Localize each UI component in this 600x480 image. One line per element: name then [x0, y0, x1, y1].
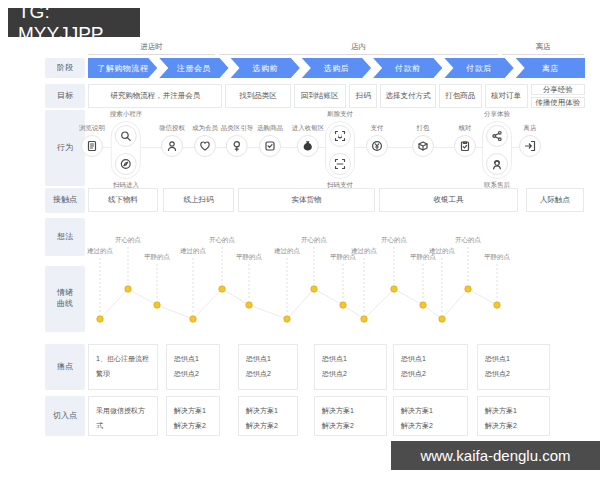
- row-label-goals: 目标: [45, 84, 85, 108]
- thought-label: 开心的点: [209, 236, 235, 245]
- solution-text: 解决方案2: [401, 418, 460, 433]
- behavior-share-aftersales: 分享体验 联系售后: [482, 110, 512, 190]
- behavior-verify: 核对: [454, 124, 476, 157]
- exit-icon: [519, 135, 541, 157]
- pain-text: 恐惧点2: [246, 366, 290, 381]
- emotion-dot-sad: [97, 316, 103, 322]
- face-scan-icon: [329, 125, 351, 147]
- touchpoint-box: 人际触点: [526, 188, 584, 212]
- compass-icon: [115, 153, 137, 175]
- pain-box: 恐惧点1 恐惧点2: [393, 344, 468, 390]
- row-label-thoughts: 想法: [45, 218, 85, 256]
- behavior-wechat-auth: 微信授权: [159, 124, 185, 157]
- touchpoint-box: 收银工具: [379, 188, 518, 212]
- location-icon: [226, 135, 248, 157]
- behavior-leave-store: 离店: [519, 124, 541, 157]
- solution-box: 解决方案1 解决方案2: [393, 396, 468, 436]
- solution-box: 解决方案1 解决方案2: [166, 396, 220, 436]
- behavior-browse-instructions: 浏览说明: [79, 124, 105, 157]
- search-icon: [115, 125, 137, 147]
- goal-box: 找到品类区: [225, 84, 290, 108]
- emotion-dot-sad: [284, 316, 290, 322]
- thought-label: 难过的点: [351, 247, 377, 256]
- emotion-dot-calm: [420, 302, 426, 308]
- pain-box: 恐惧点1 恐惧点2: [477, 344, 550, 390]
- emotion-dot-sad: [361, 316, 367, 322]
- clipboard-icon: [454, 135, 476, 157]
- coin-icon: [366, 135, 388, 157]
- pain-box: 恐惧点1 恐惧点2: [314, 344, 387, 390]
- emotion-dot-calm: [340, 302, 346, 308]
- journey-map-canvas: TG: MYYJJPP 进店时 店内 离店 阶段 了解购物流程 注册会员 选购前…: [0, 0, 600, 480]
- row-phases: 阶段 了解购物流程 注册会员 选购前 选购后 付款前 付款后 离店: [45, 58, 585, 78]
- thought-label: 开心的点: [455, 236, 481, 245]
- goal-boxes: 研究购物流程，并注册会员 找到品类区 回到结账区 扫码 选择支付方式 打包商品 …: [88, 84, 585, 108]
- emotion-dot-happy: [465, 286, 471, 292]
- emotion-curve: [88, 216, 584, 340]
- phase-arrow: 付款前: [373, 58, 442, 78]
- behavior-icon-group: [325, 121, 355, 179]
- row-label-phases: 阶段: [45, 58, 85, 78]
- phase-arrow: 付款后: [444, 58, 513, 78]
- touchpoint-box: 线下物料: [88, 188, 158, 212]
- row-goals: 目标 研究购物流程，并注册会员 找到品类区 回到结账区 扫码 选择支付方式 打包…: [45, 84, 585, 108]
- thought-label: 平静的点: [144, 253, 170, 262]
- phase-arrows: 了解购物流程 注册会员 选购前 选购后 付款前 付款后 离店: [88, 58, 585, 78]
- pain-text: 恐惧点1: [401, 351, 460, 366]
- row-solutions: 切入点 采用微信授权方式 解决方案1 解决方案2 解决方案1 解决方案2 解决方…: [45, 396, 585, 436]
- goal-box: 回到结账区: [294, 84, 347, 108]
- share-icon: [486, 125, 508, 147]
- row-pains: 痛点 1、担心注册流程繁琐 恐惧点1 恐惧点2 恐惧点1 恐惧点2 恐惧点1 恐…: [45, 344, 585, 390]
- row-touchpoints: 接触点 线下物料 线上扫码 实体货物 收银工具 人际触点: [45, 188, 585, 213]
- row-emotion: 想法 情绪曲线 难过的点开心的点平静的点难过的点开心的点平静的点难过的点开心的点…: [45, 216, 585, 340]
- thought-label: 开心的点: [301, 236, 327, 245]
- emotion-dot-calm: [154, 302, 160, 308]
- solution-text: 解决方案1: [174, 403, 212, 418]
- behavior-enter-cashier: 进入收银区: [292, 124, 325, 157]
- behavior-icon-group: [482, 121, 512, 179]
- behavior-payment-methods: 刷脸支付 扫码支付: [325, 110, 355, 190]
- stage-group-label: 进店时: [140, 42, 163, 51]
- pain-text: 恐惧点1: [246, 351, 290, 366]
- goal-box: 选择支付方式: [380, 84, 436, 108]
- phase-arrow: 选购前: [231, 58, 300, 78]
- thought-label: 平静的点: [236, 253, 262, 262]
- pain-text: 恐惧点2: [485, 366, 542, 381]
- stage-group-header: 进店时 店内 离店: [45, 42, 585, 56]
- stage-group-entry: 进店时: [88, 42, 215, 55]
- goal-box: 研究购物流程，并注册会员: [88, 84, 222, 108]
- row-label-touchpoints: 接触点: [45, 188, 85, 213]
- goal-box: 打包商品: [439, 84, 482, 108]
- solution-box: 解决方案1 解决方案2: [477, 396, 550, 436]
- touchpoint-box: 线上扫码: [163, 188, 234, 212]
- thought-label: 难过的点: [429, 247, 455, 256]
- behavior-pay: 支付: [366, 124, 388, 157]
- thought-label: 开心的点: [381, 236, 407, 245]
- emotion-dot-sad: [190, 316, 196, 322]
- goal-box: 核对订单: [485, 84, 528, 108]
- behavior-pick-goods: 选购商品: [257, 124, 283, 157]
- thought-label: 平静的点: [484, 253, 510, 262]
- stage-group-leave: 离店: [502, 42, 584, 55]
- emotion-content: 难过的点开心的点平静的点难过的点开心的点平静的点难过的点开心的点平静的点难过的点…: [88, 216, 585, 340]
- pain-box: 恐惧点1 恐惧点2: [166, 344, 220, 390]
- emotion-dot-calm: [246, 302, 252, 308]
- thought-label: 难过的点: [87, 247, 113, 256]
- pain-text: 恐惧点2: [174, 366, 212, 381]
- thought-label: 难过的点: [274, 247, 300, 256]
- package-icon: [412, 135, 434, 157]
- stage-group-label: 离店: [536, 42, 551, 51]
- goal-box: 扫码: [349, 84, 377, 108]
- emotion-dot-happy: [219, 286, 225, 292]
- support-icon: [486, 153, 508, 175]
- qr-scan-icon: [329, 153, 351, 175]
- pain-text: 1、担心注册流程繁琐: [96, 351, 150, 381]
- goal-box: 传播使用体验: [531, 97, 585, 108]
- solution-text: 解决方案2: [485, 418, 542, 433]
- row-label-emotion-curve: 情绪曲线: [45, 266, 85, 332]
- solution-box: 解决方案1 解决方案2: [238, 396, 298, 436]
- row-behaviors: 行为 浏览说明 搜索小程序: [45, 110, 585, 186]
- goal-box-stack: 分享经验 传播使用体验: [531, 84, 585, 108]
- solution-box: 采用微信授权方式: [88, 396, 158, 436]
- phase-arrow: 了解购物流程: [88, 58, 157, 78]
